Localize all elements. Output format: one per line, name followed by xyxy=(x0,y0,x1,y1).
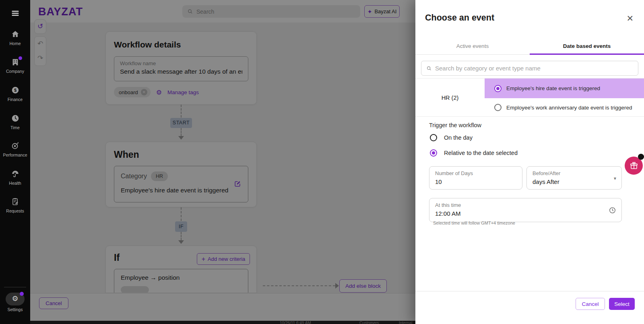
finance-icon: $ xyxy=(0,86,30,95)
search-icon xyxy=(426,66,432,71)
chevron-down-icon[interactable]: ▼ xyxy=(613,176,617,181)
sidebar-item-label: Settings xyxy=(0,307,30,312)
svg-text:$: $ xyxy=(14,88,16,93)
sidebar-item-label: Home xyxy=(0,41,30,46)
clock-icon[interactable] xyxy=(609,206,616,214)
sidebar-divider xyxy=(4,287,26,287)
modal-backdrop[interactable] xyxy=(30,0,415,324)
sidebar-item-home[interactable]: Home xyxy=(0,30,30,46)
sidebar-item-health[interactable]: Health xyxy=(0,169,30,186)
sidebar-item-label: Finance xyxy=(0,97,30,102)
drawer-footer: Cancel Select xyxy=(415,291,644,324)
close-icon[interactable]: ✕ xyxy=(626,14,634,23)
sidebar-item-label: Performance xyxy=(0,153,30,157)
trigger-option-label: Relative to the date selected xyxy=(444,150,518,156)
event-tabs: Active events Date based events xyxy=(415,39,644,55)
gear-icon[interactable]: ⚙ xyxy=(6,293,25,305)
before-after-label: Before/After xyxy=(533,170,616,176)
radio-unselected-icon[interactable] xyxy=(430,134,437,141)
number-of-days-label: Number of Days xyxy=(435,170,516,176)
at-this-time-field[interactable]: At this time 12:00 AM xyxy=(429,198,622,222)
event-category: HR (2) xyxy=(415,78,485,117)
before-after-value: days After xyxy=(533,178,616,185)
at-this-time-value: 12:00 AM xyxy=(435,210,616,217)
cancel-button[interactable]: Cancel xyxy=(576,298,605,310)
clipboard-icon xyxy=(0,197,30,207)
timezone-hint: Selected time will follow GMT+4 timezone xyxy=(433,221,515,225)
hamburger-menu-button[interactable] xyxy=(0,9,30,19)
sidebar-item-label: Company xyxy=(0,69,30,74)
number-of-days-field[interactable]: Number of Days 10 xyxy=(429,166,522,190)
company-icon xyxy=(0,58,30,67)
home-icon xyxy=(0,30,30,39)
radio-selected-icon[interactable] xyxy=(494,85,502,92)
number-of-days-value: 10 xyxy=(435,178,516,185)
trigger-option-label: On the day xyxy=(444,134,473,141)
event-option-work-anniversary[interactable]: Employee's work anniversary date event i… xyxy=(485,98,644,117)
gift-icon xyxy=(629,161,639,171)
event-search-input[interactable] xyxy=(435,65,633,72)
before-after-select[interactable]: Before/After days After ▼ xyxy=(526,166,622,190)
drawer-title: Choose an event xyxy=(425,13,494,23)
select-button[interactable]: Select xyxy=(609,298,635,310)
sidebar-item-requests[interactable]: Requests xyxy=(0,197,30,213)
tab-date-based-events[interactable]: Date based events xyxy=(530,39,644,54)
event-search-box[interactable] xyxy=(421,61,638,76)
at-this-time-label: At this time xyxy=(435,202,616,208)
radio-selected-icon[interactable] xyxy=(430,149,437,157)
gift-notification-dot xyxy=(638,154,644,160)
tab-active-events[interactable]: Active events xyxy=(415,39,530,54)
umbrella-icon xyxy=(0,169,30,179)
event-list: HR (2) Employee's hire date event is tri… xyxy=(415,78,644,117)
event-option-label: Employee's work anniversary date event i… xyxy=(506,105,632,111)
main-content: BAYZAT Search ✦ Bayzat AI ↺ ↶ ↷ Workflow… xyxy=(30,0,415,324)
sidebar-item-label: Requests xyxy=(0,208,30,213)
clock-icon xyxy=(0,114,30,124)
settings-notification-dot xyxy=(20,292,24,296)
company-notification-dot xyxy=(19,56,22,60)
sidebar-item-performance[interactable]: Performance xyxy=(0,141,30,157)
target-icon xyxy=(0,141,30,151)
sidebar-item-label: Time xyxy=(0,125,30,130)
sidebar-item-label: Health xyxy=(0,181,30,186)
choose-event-drawer: Choose an event ✕ Active events Date bas… xyxy=(415,0,644,324)
sidebar-item-company[interactable]: Company xyxy=(0,58,30,74)
radio-unselected-icon[interactable] xyxy=(494,104,502,111)
trigger-section-label: Trigger the workflow xyxy=(429,122,481,128)
hamburger-icon xyxy=(11,9,20,18)
trigger-option-on-the-day[interactable]: On the day xyxy=(430,134,473,141)
sidebar-item-time[interactable]: Time xyxy=(0,114,30,130)
event-option-hire-date[interactable]: Employee's hire date event is triggered xyxy=(485,78,644,98)
sidebar-item-finance[interactable]: $ Finance xyxy=(0,86,30,102)
sidebar: Home Company $ Finance Time Performance … xyxy=(0,0,30,324)
trigger-option-relative-date[interactable]: Relative to the date selected xyxy=(430,149,518,157)
event-option-label: Employee's hire date event is triggered xyxy=(506,85,600,91)
